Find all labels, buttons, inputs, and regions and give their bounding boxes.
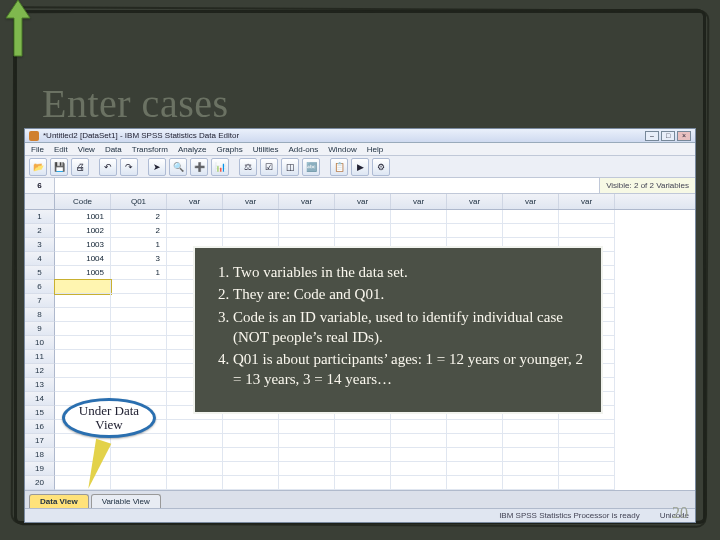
cell[interactable] — [55, 378, 111, 392]
row-number[interactable]: 15 — [25, 406, 55, 420]
row-number[interactable]: 9 — [25, 322, 55, 336]
cell[interactable] — [503, 420, 559, 434]
vars-icon[interactable]: 📋 — [330, 158, 348, 176]
cell[interactable] — [167, 210, 223, 224]
cell[interactable] — [55, 280, 111, 294]
cell[interactable] — [111, 350, 167, 364]
menu-help[interactable]: Help — [367, 145, 383, 154]
row-number[interactable]: 1 — [25, 210, 55, 224]
value-labels-icon[interactable]: 🔤 — [302, 158, 320, 176]
cell[interactable] — [167, 434, 223, 448]
cell[interactable] — [335, 448, 391, 462]
cell[interactable] — [111, 280, 167, 294]
cell[interactable]: 2 — [111, 210, 167, 224]
row-number[interactable]: 20 — [25, 476, 55, 490]
run-icon[interactable]: ▶ — [351, 158, 369, 176]
cell[interactable] — [559, 448, 615, 462]
menu-utilities[interactable]: Utilities — [253, 145, 279, 154]
cell[interactable] — [335, 434, 391, 448]
goto-icon[interactable]: ➤ — [148, 158, 166, 176]
cell[interactable] — [111, 378, 167, 392]
weight-icon[interactable]: ⚖ — [239, 158, 257, 176]
cell[interactable]: 1 — [111, 238, 167, 252]
cell[interactable] — [279, 210, 335, 224]
undo-icon[interactable]: ↶ — [99, 158, 117, 176]
cell[interactable] — [279, 462, 335, 476]
cell[interactable] — [447, 434, 503, 448]
open-icon[interactable]: 📂 — [29, 158, 47, 176]
cell[interactable] — [559, 420, 615, 434]
cell[interactable] — [167, 224, 223, 238]
row-number[interactable]: 7 — [25, 294, 55, 308]
cell[interactable] — [391, 420, 447, 434]
cell[interactable] — [335, 462, 391, 476]
row-number[interactable]: 16 — [25, 420, 55, 434]
select-icon[interactable]: ☑ — [260, 158, 278, 176]
cell[interactable] — [223, 476, 279, 490]
cell[interactable]: 3 — [111, 252, 167, 266]
menu-window[interactable]: Window — [328, 145, 356, 154]
cell[interactable] — [55, 294, 111, 308]
insert-icon[interactable]: ➕ — [190, 158, 208, 176]
cell[interactable]: 1001 — [55, 210, 111, 224]
cell[interactable] — [111, 322, 167, 336]
save-icon[interactable]: 💾 — [50, 158, 68, 176]
cell[interactable] — [559, 462, 615, 476]
row-number[interactable]: 14 — [25, 392, 55, 406]
row-number[interactable]: 6 — [25, 280, 55, 294]
cell[interactable]: 1 — [111, 266, 167, 280]
cell[interactable] — [55, 462, 111, 476]
cell[interactable] — [503, 448, 559, 462]
cell[interactable] — [559, 224, 615, 238]
row-number[interactable]: 5 — [25, 266, 55, 280]
cell[interactable] — [223, 420, 279, 434]
cell[interactable] — [111, 462, 167, 476]
print-icon[interactable]: 🖨 — [71, 158, 89, 176]
tab-variable-view[interactable]: Variable View — [91, 494, 161, 508]
cell[interactable] — [335, 476, 391, 490]
cell[interactable] — [503, 210, 559, 224]
cell[interactable] — [279, 434, 335, 448]
cell[interactable] — [167, 476, 223, 490]
cell[interactable] — [391, 462, 447, 476]
cell[interactable] — [335, 210, 391, 224]
cell[interactable] — [279, 476, 335, 490]
cell[interactable] — [111, 294, 167, 308]
options-icon[interactable]: ⚙ — [372, 158, 390, 176]
row-number[interactable]: 8 — [25, 308, 55, 322]
cell[interactable] — [447, 420, 503, 434]
cell[interactable] — [55, 364, 111, 378]
cell[interactable] — [279, 420, 335, 434]
cell[interactable]: 1002 — [55, 224, 111, 238]
row-number[interactable]: 10 — [25, 336, 55, 350]
menu-analyze[interactable]: Analyze — [178, 145, 206, 154]
row-number[interactable]: 17 — [25, 434, 55, 448]
cell[interactable] — [503, 434, 559, 448]
cell[interactable] — [447, 224, 503, 238]
maximize-button[interactable]: □ — [661, 131, 675, 141]
cell[interactable] — [111, 476, 167, 490]
tab-data-view[interactable]: Data View — [29, 494, 89, 508]
cell[interactable] — [279, 448, 335, 462]
cell[interactable] — [391, 224, 447, 238]
cell[interactable] — [55, 336, 111, 350]
row-number[interactable]: 18 — [25, 448, 55, 462]
cell[interactable] — [447, 462, 503, 476]
cell[interactable] — [55, 322, 111, 336]
menu-graphs[interactable]: Graphs — [216, 145, 242, 154]
cell[interactable] — [335, 420, 391, 434]
cell[interactable] — [111, 364, 167, 378]
cell[interactable] — [391, 448, 447, 462]
cell[interactable] — [503, 476, 559, 490]
row-number[interactable]: 2 — [25, 224, 55, 238]
cell[interactable] — [279, 224, 335, 238]
cell[interactable] — [503, 462, 559, 476]
row-number[interactable]: 13 — [25, 378, 55, 392]
cell[interactable] — [559, 434, 615, 448]
cell[interactable] — [223, 434, 279, 448]
cell-value-input[interactable] — [55, 178, 599, 193]
cell[interactable] — [447, 210, 503, 224]
menu-file[interactable]: File — [31, 145, 44, 154]
cell[interactable] — [223, 448, 279, 462]
col-code[interactable]: Code — [55, 194, 111, 209]
